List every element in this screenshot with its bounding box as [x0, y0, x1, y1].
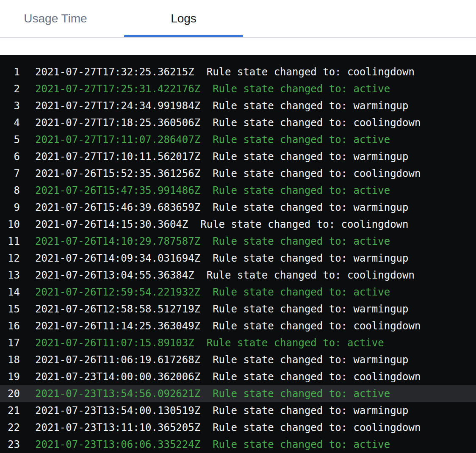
- log-timestamp: 2021-07-27T17:32:25.36215Z: [35, 66, 194, 78]
- log-text: 2021-07-26T13:04:55.36384ZRule state cha…: [20, 267, 415, 284]
- line-number: 15: [0, 301, 20, 318]
- log-text: 2021-07-27T17:25:31.422176ZRule state ch…: [20, 80, 390, 97]
- line-number: 2: [0, 80, 20, 97]
- log-message: Rule state changed to: active: [194, 337, 384, 349]
- log-message: Rule state changed to: coolingdown: [200, 371, 421, 383]
- line-number: 13: [0, 267, 20, 284]
- line-number: 19: [0, 368, 20, 385]
- log-timestamp: 2021-07-27T17:10:11.562017Z: [35, 151, 200, 163]
- log-timestamp: 2021-07-26T12:59:54.221932Z: [35, 286, 200, 298]
- line-number: 9: [0, 199, 20, 216]
- log-timestamp: 2021-07-23T13:06:06.335224Z: [35, 439, 200, 450]
- log-text: 2021-07-26T11:14:25.363049ZRule state ch…: [20, 318, 421, 334]
- log-line[interactable]: 22 2021-07-23T13:11:10.365205ZRule state…: [0, 419, 476, 436]
- log-message: Rule state changed to: warmingup: [200, 202, 408, 213]
- line-number: 10: [0, 216, 20, 233]
- log-message: Rule state changed to: coolingdown: [200, 168, 421, 180]
- tab-bar: Usage Time Logs: [0, 0, 476, 37]
- log-rows-container: 1 2021-07-27T17:32:25.36215ZRule state c…: [0, 64, 476, 453]
- log-timestamp: 2021-07-23T13:54:00.130519Z: [35, 405, 200, 417]
- spacer-band: [0, 38, 476, 55]
- log-line[interactable]: 16 2021-07-26T11:14:25.363049ZRule state…: [0, 318, 476, 334]
- line-number: 17: [0, 334, 20, 351]
- log-line[interactable]: 1 2021-07-27T17:32:25.36215ZRule state c…: [0, 64, 476, 80]
- log-timestamp: 2021-07-27T17:11:07.286407Z: [35, 134, 200, 146]
- log-line[interactable]: 11 2021-07-26T14:10:29.787587ZRule state…: [0, 233, 476, 250]
- log-text: 2021-07-23T13:54:56.092621ZRule state ch…: [20, 385, 390, 402]
- log-text: 2021-07-27T17:32:25.36215ZRule state cha…: [20, 64, 415, 80]
- log-message: Rule state changed to: warmingup: [200, 252, 408, 264]
- line-number: 18: [0, 351, 20, 368]
- log-timestamp: 2021-07-27T17:25:31.422176Z: [35, 83, 200, 95]
- log-message: Rule state changed to: coolingdown: [194, 269, 415, 281]
- log-message: Rule state changed to: coolingdown: [194, 66, 415, 78]
- log-message: Rule state changed to: warmingup: [200, 354, 408, 366]
- line-number: 6: [0, 148, 20, 165]
- log-line[interactable]: 20 2021-07-23T13:54:56.092621ZRule state…: [0, 385, 476, 402]
- log-text: 2021-07-26T14:15:30.3604ZRule state chan…: [20, 216, 409, 233]
- log-timestamp: 2021-07-26T11:07:15.89103Z: [35, 337, 194, 349]
- log-line[interactable]: 10 2021-07-26T14:15:30.3604ZRule state c…: [0, 216, 476, 233]
- log-line[interactable]: 13 2021-07-26T13:04:55.36384ZRule state …: [0, 267, 476, 284]
- line-number: 3: [0, 97, 20, 114]
- log-timestamp: 2021-07-27T17:24:34.991984Z: [35, 100, 200, 112]
- log-message: Rule state changed to: warmingup: [200, 151, 408, 163]
- log-line[interactable]: 3 2021-07-27T17:24:34.991984ZRule state …: [0, 97, 476, 114]
- log-text: 2021-07-26T14:09:34.031694ZRule state ch…: [20, 250, 409, 267]
- log-text: 2021-07-26T11:06:19.617268ZRule state ch…: [20, 351, 409, 368]
- line-number: 11: [0, 233, 20, 250]
- log-line[interactable]: 23 2021-07-23T13:06:06.335224ZRule state…: [0, 436, 476, 453]
- line-number: 14: [0, 284, 20, 301]
- log-message: Rule state changed to: coolingdown: [188, 218, 408, 230]
- log-timestamp: 2021-07-26T13:04:55.36384Z: [35, 269, 194, 281]
- log-timestamp: 2021-07-23T14:00:00.362006Z: [35, 371, 200, 383]
- log-timestamp: 2021-07-26T11:14:25.363049Z: [35, 320, 200, 332]
- log-message: Rule state changed to: active: [200, 134, 390, 146]
- log-line[interactable]: 6 2021-07-27T17:10:11.562017ZRule state …: [0, 148, 476, 165]
- log-text: 2021-07-26T11:07:15.89103ZRule state cha…: [20, 334, 384, 351]
- log-timestamp: 2021-07-27T17:18:25.360506Z: [35, 117, 200, 129]
- log-timestamp: 2021-07-26T15:47:35.991486Z: [35, 185, 200, 196]
- log-text: 2021-07-26T12:58:58.512719ZRule state ch…: [20, 301, 409, 318]
- log-text: 2021-07-26T15:47:35.991486ZRule state ch…: [20, 182, 390, 199]
- log-timestamp: 2021-07-26T11:06:19.617268Z: [35, 354, 200, 366]
- log-message: Rule state changed to: active: [200, 185, 390, 196]
- log-line[interactable]: 4 2021-07-27T17:18:25.360506ZRule state …: [0, 114, 476, 131]
- tab-logs[interactable]: Logs: [124, 0, 243, 37]
- log-message: Rule state changed to: coolingdown: [200, 320, 421, 332]
- log-text: 2021-07-26T15:52:35.361256ZRule state ch…: [20, 165, 421, 182]
- log-timestamp: 2021-07-26T15:46:39.683659Z: [35, 202, 200, 213]
- line-number: 22: [0, 419, 20, 436]
- log-line[interactable]: 2 2021-07-27T17:25:31.422176ZRule state …: [0, 80, 476, 97]
- log-line[interactable]: 7 2021-07-26T15:52:35.361256ZRule state …: [0, 165, 476, 182]
- log-line[interactable]: 14 2021-07-26T12:59:54.221932ZRule state…: [0, 284, 476, 301]
- log-text: 2021-07-26T12:59:54.221932ZRule state ch…: [20, 284, 390, 301]
- line-number: 20: [0, 385, 20, 402]
- line-number: 7: [0, 165, 20, 182]
- log-line[interactable]: 8 2021-07-26T15:47:35.991486ZRule state …: [0, 182, 476, 199]
- log-line[interactable]: 18 2021-07-26T11:06:19.617268ZRule state…: [0, 351, 476, 368]
- log-timestamp: 2021-07-26T14:09:34.031694Z: [35, 252, 200, 264]
- log-message: Rule state changed to: coolingdown: [200, 422, 421, 434]
- log-viewer[interactable]: 1 2021-07-27T17:32:25.36215ZRule state c…: [0, 55, 476, 453]
- log-line[interactable]: 12 2021-07-26T14:09:34.031694ZRule state…: [0, 250, 476, 267]
- app-window: Usage Time Logs 1 2021-07-27T17:32:25.36…: [0, 0, 476, 453]
- log-message: Rule state changed to: warmingup: [200, 405, 408, 417]
- log-line[interactable]: 5 2021-07-27T17:11:07.286407ZRule state …: [0, 131, 476, 148]
- log-line[interactable]: 19 2021-07-23T14:00:00.362006ZRule state…: [0, 368, 476, 385]
- log-timestamp: 2021-07-23T13:11:10.365205Z: [35, 422, 200, 434]
- log-message: Rule state changed to: warmingup: [200, 303, 408, 315]
- log-line[interactable]: 17 2021-07-26T11:07:15.89103ZRule state …: [0, 334, 476, 351]
- log-timestamp: 2021-07-26T14:15:30.3604Z: [35, 218, 188, 230]
- active-tab-indicator: [124, 35, 243, 37]
- log-text: 2021-07-27T17:10:11.562017ZRule state ch…: [20, 148, 409, 165]
- log-line[interactable]: 21 2021-07-23T13:54:00.130519ZRule state…: [0, 402, 476, 419]
- log-message: Rule state changed to: coolingdown: [200, 117, 421, 129]
- log-message: Rule state changed to: active: [200, 286, 390, 298]
- log-text: 2021-07-27T17:11:07.286407ZRule state ch…: [20, 131, 390, 148]
- tab-usage-time[interactable]: Usage Time: [15, 0, 96, 37]
- log-text: 2021-07-27T17:24:34.991984ZRule state ch…: [20, 97, 409, 114]
- line-number: 4: [0, 114, 20, 131]
- log-line[interactable]: 9 2021-07-26T15:46:39.683659ZRule state …: [0, 199, 476, 216]
- log-line[interactable]: 15 2021-07-26T12:58:58.512719ZRule state…: [0, 301, 476, 318]
